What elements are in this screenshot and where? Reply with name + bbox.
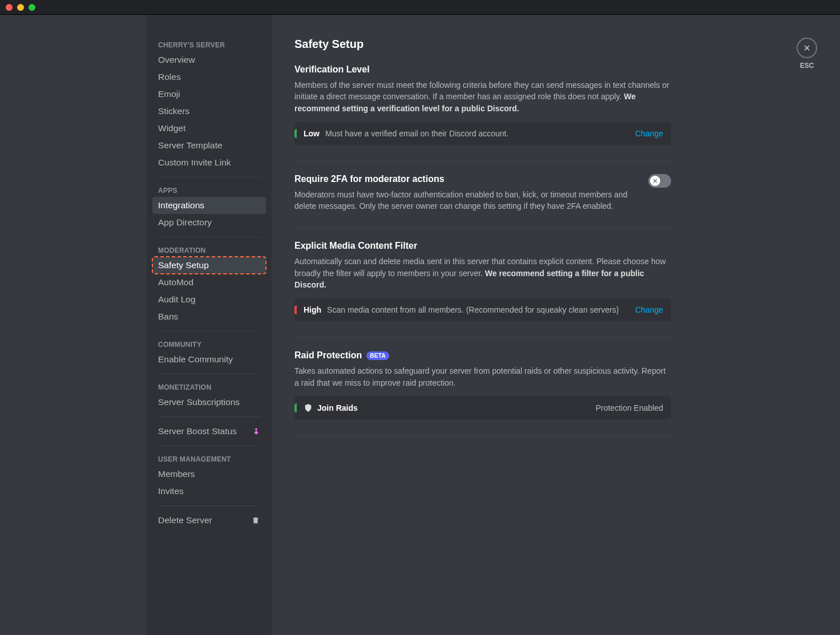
esc-label: ESC: [797, 62, 817, 70]
sidebar-header-user-management: USER MANAGEMENT: [152, 452, 266, 466]
window-close-traffic[interactable]: [6, 4, 13, 11]
sidebar-item-integrations[interactable]: Integrations: [152, 197, 266, 214]
window-minimize-traffic[interactable]: [17, 4, 24, 11]
boost-gem-icon: [252, 427, 260, 435]
section-description: Takes automated actions to safeguard you…: [294, 365, 671, 389]
require-2fa-toggle[interactable]: [648, 174, 671, 188]
close-settings-button[interactable]: [797, 38, 817, 58]
sidebar-divider: [158, 505, 260, 506]
verification-level-value: Low: [304, 129, 320, 138]
sidebar-item-label: Safety Setup: [158, 260, 209, 270]
raid-row-title: Join Raids: [317, 403, 358, 412]
sidebar-item-server-boost-status[interactable]: Server Boost Status: [152, 423, 266, 440]
page-title: Safety Setup: [294, 38, 671, 51]
sidebar-item-members[interactable]: Members: [152, 466, 266, 483]
sidebar-item-label: Server Boost Status: [158, 426, 237, 436]
sidebar-divider: [158, 374, 260, 374]
sidebar-item-invites[interactable]: Invites: [152, 483, 266, 500]
sidebar-header-moderation: MODERATION: [152, 243, 266, 257]
sidebar-item-label: Custom Invite Link: [158, 157, 231, 168]
sidebar-divider: [158, 331, 260, 331]
sidebar-item-safety-setup[interactable]: Safety Setup: [152, 257, 266, 274]
section-raid-protection: Raid Protection BETA Takes automated act…: [294, 350, 671, 419]
sidebar-item-roles[interactable]: Roles: [152, 68, 266, 86]
accent-bar: [294, 129, 297, 138]
sidebar-item-label: AutoMod: [158, 277, 193, 288]
sidebar-item-label: Audit Log: [158, 294, 196, 305]
section-title: Raid Protection BETA: [294, 350, 671, 361]
settings-main: ESC Safety Setup Verification Level Memb…: [272, 15, 840, 635]
section-description-text: Members of the server must meet the foll…: [294, 80, 669, 101]
section-title: Require 2FA for moderator actions: [294, 174, 640, 184]
section-divider: [294, 161, 671, 161]
sidebar-item-label: Invites: [158, 486, 184, 496]
sidebar-item-label: Overview: [158, 55, 195, 65]
sidebar-item-server-subscriptions[interactable]: Server Subscriptions: [152, 394, 266, 411]
sidebar-item-overview[interactable]: Overview: [152, 51, 266, 68]
sidebar-item-label: Stickers: [158, 106, 189, 116]
section-divider: [294, 435, 671, 436]
sidebar-divider: [158, 177, 260, 177]
section-title: Verification Level: [294, 64, 671, 75]
explicit-filter-level-description: Scan media content from all members. (Re…: [327, 305, 635, 314]
sidebar-item-label: Bans: [158, 312, 178, 322]
sidebar-item-bans[interactable]: Bans: [152, 308, 266, 325]
raid-protection-card[interactable]: Join Raids Protection Enabled: [294, 397, 671, 419]
sidebar-item-server-template[interactable]: Server Template: [152, 137, 266, 154]
section-description: Moderators must have two-factor authenti…: [294, 189, 640, 212]
verification-level-card: Low Must have a verified email on their …: [294, 122, 671, 145]
section-description: Members of the server must meet the foll…: [294, 79, 671, 114]
section-title: Explicit Media Content Filter: [294, 241, 671, 251]
sidebar-item-label: Server Template: [158, 140, 223, 151]
sidebar-item-widget[interactable]: Widget: [152, 120, 266, 137]
settings-sidebar: CHERRY'S SERVER Overview Roles Emoji Sti…: [147, 15, 272, 635]
sidebar-header-monetization: MONETIZATION: [152, 380, 266, 394]
raid-status: Protection Enabled: [596, 403, 663, 412]
sidebar-item-label: Roles: [158, 72, 181, 82]
accent-bar: [294, 305, 297, 314]
close-icon: [802, 43, 811, 52]
toggle-knob: [650, 176, 660, 186]
sidebar-item-enable-community[interactable]: Enable Community: [152, 351, 266, 368]
section-description: Automatically scan and delete media sent…: [294, 256, 671, 290]
beta-badge: BETA: [366, 351, 389, 360]
sidebar-item-automod[interactable]: AutoMod: [152, 274, 266, 291]
shield-icon: [304, 403, 313, 412]
section-require-2fa: Require 2FA for moderator actions Modera…: [294, 174, 671, 212]
trash-icon: [251, 516, 260, 525]
section-divider: [294, 337, 671, 338]
sidebar-item-app-directory[interactable]: App Directory: [152, 214, 266, 231]
window-zoom-traffic[interactable]: [29, 4, 35, 11]
sidebar-header-community: COMMUNITY: [152, 337, 266, 351]
sidebar-item-label: Enable Community: [158, 354, 233, 365]
sidebar-divider: [158, 416, 260, 417]
verification-level-description: Must have a verified email on their Disc…: [325, 129, 635, 138]
sidebar-item-label: Members: [158, 469, 195, 479]
toggle-off-x-icon: [652, 177, 659, 184]
sidebar-item-label: App Directory: [158, 217, 212, 228]
sidebar-item-delete-server[interactable]: Delete Server: [152, 512, 266, 529]
app-left-gutter: [0, 15, 147, 635]
sidebar-item-label: Integrations: [158, 200, 204, 211]
sidebar-header-server: CHERRY'S SERVER: [152, 38, 266, 51]
sidebar-item-label: Widget: [158, 123, 185, 134]
sidebar-item-emoji[interactable]: Emoji: [152, 86, 266, 103]
change-explicit-filter-button[interactable]: Change: [635, 305, 663, 314]
sidebar-item-audit-log[interactable]: Audit Log: [152, 291, 266, 308]
sidebar-item-label: Emoji: [158, 89, 180, 99]
sidebar-divider: [158, 237, 260, 237]
section-divider: [294, 228, 671, 228]
explicit-filter-level-value: High: [304, 305, 321, 314]
window-titlebar: [0, 0, 840, 15]
section-explicit-filter: Explicit Media Content Filter Automatica…: [294, 241, 671, 321]
sidebar-header-apps: APPS: [152, 183, 266, 197]
section-verification-level: Verification Level Members of the server…: [294, 64, 671, 145]
sidebar-item-custom-invite-link[interactable]: Custom Invite Link: [152, 154, 266, 171]
explicit-filter-card: High Scan media content from all members…: [294, 298, 671, 321]
sidebar-item-label: Delete Server: [158, 515, 212, 525]
accent-bar: [294, 403, 297, 412]
sidebar-item-stickers[interactable]: Stickers: [152, 103, 266, 120]
change-verification-button[interactable]: Change: [635, 129, 663, 138]
section-title-text: Raid Protection: [294, 350, 362, 361]
sidebar-item-label: Server Subscriptions: [158, 397, 240, 407]
